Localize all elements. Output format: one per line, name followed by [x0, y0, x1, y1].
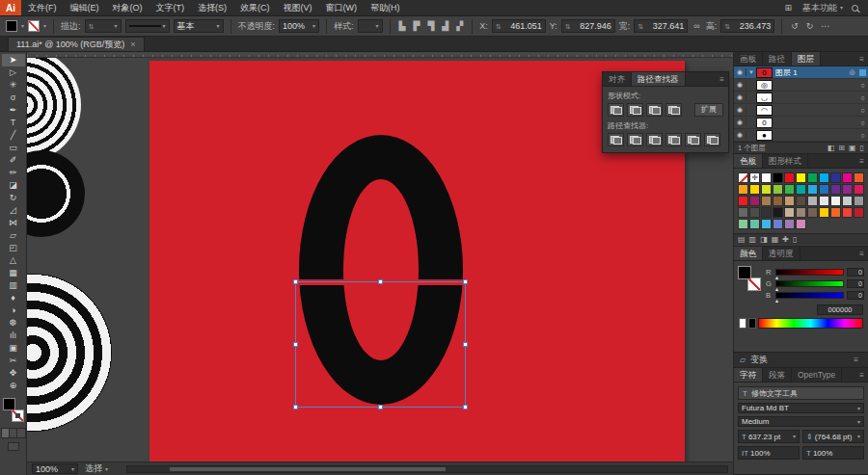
layer-row[interactable]: ◉◎○: [734, 79, 868, 92]
expand-triangle-icon[interactable]: ▼: [746, 69, 756, 75]
selection-handle[interactable]: [463, 342, 468, 347]
font-family-select[interactable]: Futura Md BT ▾: [738, 403, 864, 413]
swatch[interactable]: ✛: [749, 172, 760, 183]
zero-glyph-top-half[interactable]: [299, 135, 463, 279]
width-profile-select[interactable]: ▾: [125, 19, 170, 33]
new-swatch-icon[interactable]: ✚: [782, 234, 789, 245]
hand-tool[interactable]: ✥: [2, 367, 25, 380]
character-tab-0[interactable]: 字符: [734, 368, 763, 382]
swatch[interactable]: [819, 172, 829, 183]
panel-menu-icon[interactable]: ≡: [850, 353, 862, 367]
swatch[interactable]: [796, 196, 806, 206]
swatch-kinds-icon[interactable]: ▥: [749, 234, 757, 245]
draw-behind-button[interactable]: [10, 429, 17, 437]
menu-view[interactable]: 视图(V): [277, 0, 319, 15]
stroke-width-field[interactable]: ⇅ ▾: [85, 19, 122, 33]
crop-button[interactable]: [665, 133, 682, 146]
outline-button[interactable]: [685, 133, 701, 146]
leading-field[interactable]: ⇕ (764.68 pt) ▾: [802, 430, 864, 443]
magic-wand-tool[interactable]: ✳: [2, 79, 25, 92]
stroke-color-well[interactable]: [12, 409, 24, 422]
height-field[interactable]: ⇅ 236.473: [720, 19, 774, 33]
width-tool[interactable]: ⋈: [2, 217, 25, 229]
x-field[interactable]: ⇅ 461.051: [492, 19, 546, 33]
rings-artwork-bottom[interactable]: [27, 274, 112, 432]
fill-color-swatch[interactable]: [6, 20, 17, 32]
make-clipping-mask-icon[interactable]: ◧: [827, 143, 835, 153]
selection-handle[interactable]: [378, 405, 383, 409]
transform-panel-header[interactable]: ▱ 变换 ≡: [734, 353, 868, 368]
horizontal-scrollbar[interactable]: [126, 465, 728, 473]
layer-thumbnail[interactable]: 0: [756, 67, 773, 78]
draw-normal-button[interactable]: [2, 429, 10, 437]
swatch[interactable]: [819, 207, 829, 218]
swatch[interactable]: [830, 207, 841, 218]
swatch[interactable]: [842, 207, 853, 218]
panel-menu-icon[interactable]: ≡: [855, 52, 868, 66]
eyedropper-tool[interactable]: ♦: [2, 292, 25, 304]
color-tab-1[interactable]: 透明度: [763, 247, 800, 260]
zoom-tool[interactable]: ⊕: [2, 380, 25, 392]
expand-button[interactable]: 扩展: [694, 103, 723, 117]
exclude-button[interactable]: [665, 103, 682, 117]
pen-tool[interactable]: ✒: [2, 104, 25, 117]
selection-handle[interactable]: [293, 405, 298, 409]
eraser-tool[interactable]: ◪: [2, 179, 25, 192]
artboard-tool[interactable]: ▣: [2, 342, 25, 355]
swatch[interactable]: [784, 207, 795, 218]
color-spectrum-bar[interactable]: [758, 318, 863, 329]
layer-thumbnail[interactable]: ●: [756, 130, 773, 141]
gradient-tool[interactable]: ▥: [2, 279, 25, 292]
rotate-tool[interactable]: ↻: [2, 192, 25, 204]
swatch[interactable]: [761, 184, 772, 195]
selection-handle[interactable]: [293, 279, 298, 284]
visibility-eye-icon[interactable]: ◉: [734, 93, 746, 101]
layer-row[interactable]: ◉●○: [734, 129, 868, 142]
layer-row[interactable]: ◉◡○: [734, 92, 868, 104]
layer-row[interactable]: ◉◠○: [734, 104, 868, 117]
selection-handle[interactable]: [378, 279, 383, 284]
swatch[interactable]: [749, 207, 760, 218]
selection-handle[interactable]: [463, 279, 468, 284]
swatch[interactable]: [761, 196, 772, 206]
align-top-icon[interactable]: ▟: [440, 21, 450, 31]
swatch[interactable]: [807, 172, 818, 183]
swatch[interactable]: [749, 196, 760, 206]
opacity-field[interactable]: 100% ▾: [279, 19, 319, 33]
screen-mode-button[interactable]: [8, 442, 19, 451]
layer-row[interactable]: ◉0○: [734, 117, 868, 129]
scale-tool[interactable]: ◿: [2, 204, 25, 217]
line-segment-tool[interactable]: ╱: [2, 129, 25, 142]
panel-menu-icon[interactable]: ≡: [855, 247, 868, 260]
menu-object[interactable]: 对象(O): [106, 0, 149, 15]
layers-tab-1[interactable]: 路径: [763, 52, 792, 66]
target-circle-icon[interactable]: ○: [857, 107, 868, 114]
unite-button[interactable]: [608, 103, 624, 117]
shape-builder-tool[interactable]: ◰: [2, 242, 25, 254]
brush-definition-select[interactable]: 基本 ▾: [174, 19, 224, 33]
swatch[interactable]: [796, 219, 806, 229]
type-tool[interactable]: T: [2, 117, 25, 129]
new-color-group-icon[interactable]: ▦: [772, 234, 779, 245]
rectangle-tool[interactable]: ▭: [2, 142, 25, 154]
lasso-tool[interactable]: σ: [2, 92, 25, 104]
rotate-cw-icon[interactable]: ↻: [804, 21, 816, 31]
swatch[interactable]: [854, 184, 864, 195]
new-layer-icon[interactable]: ▣: [849, 143, 856, 153]
swatch[interactable]: [796, 207, 806, 218]
stepper-icon[interactable]: ⇅: [496, 23, 502, 30]
swatch[interactable]: [842, 184, 853, 195]
swatch[interactable]: [807, 196, 818, 206]
swatches-tab-1[interactable]: 图形样式: [763, 154, 808, 168]
slice-tool[interactable]: ✂: [2, 355, 25, 367]
perspective-grid-tool[interactable]: △: [2, 254, 25, 267]
swatch[interactable]: [738, 219, 748, 229]
swatch[interactable]: [738, 184, 748, 195]
align-bottom-icon[interactable]: ▞: [454, 21, 465, 31]
swatch[interactable]: [807, 184, 818, 195]
delete-layer-icon[interactable]: ▯: [860, 143, 864, 153]
swatch[interactable]: [830, 172, 841, 183]
draw-inside-button[interactable]: [17, 429, 25, 437]
scrollbar-thumb[interactable]: [170, 467, 446, 471]
menu-help[interactable]: 帮助(H): [364, 0, 407, 15]
